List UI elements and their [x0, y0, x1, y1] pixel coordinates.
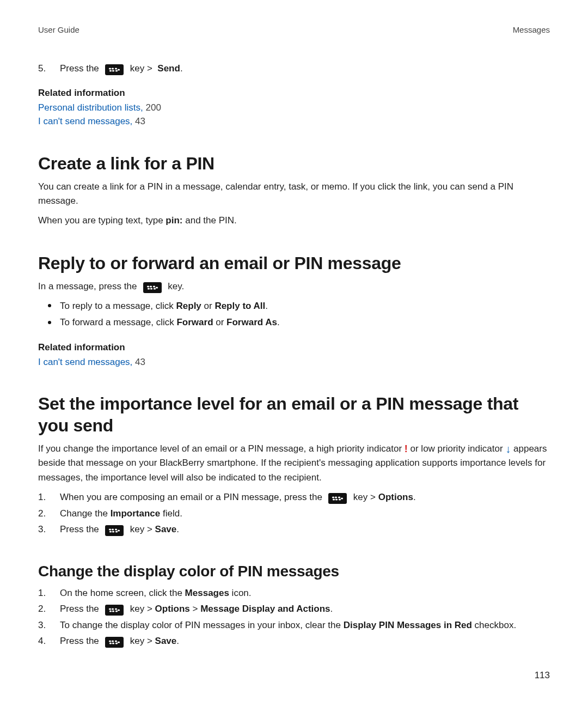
svg-point-17	[335, 498, 338, 500]
text-segment: key >	[127, 636, 155, 646]
svg-point-11	[153, 285, 155, 287]
low-priority-icon: ↓	[505, 443, 511, 454]
svg-point-36	[112, 640, 114, 642]
blackberry-key-icon	[105, 525, 124, 536]
related-link-row: I can't send messages, 43	[38, 355, 550, 369]
step-number: 2.	[38, 507, 60, 521]
svg-point-30	[109, 610, 112, 612]
text-segment: .	[277, 317, 280, 327]
text-segment: or	[213, 317, 227, 327]
svg-point-0	[109, 68, 111, 69]
text-segment: If you change the importance level of an…	[38, 443, 405, 454]
svg-point-19	[339, 498, 341, 500]
text-segment: On the home screen, click the	[60, 588, 185, 598]
step-number: 3.	[38, 522, 60, 537]
link-cant-send-messages[interactable]: I can't send messages,	[38, 116, 132, 126]
action-forward: Forward	[176, 317, 213, 327]
related-info-heading: Related information	[38, 342, 550, 353]
field-importance: Importance	[111, 508, 161, 519]
link-personal-dist-lists[interactable]: Personal distribution lists,	[38, 102, 143, 113]
svg-point-13	[156, 287, 158, 288]
page: User Guide Messages 5. Press the key > S…	[0, 0, 588, 706]
svg-point-24	[112, 531, 114, 532]
text-segment: .	[413, 492, 416, 502]
svg-point-18	[338, 496, 340, 498]
page-header: User Guide Messages	[38, 25, 550, 34]
link-cant-send-messages[interactable]: I can't send messages,	[38, 357, 132, 367]
text-segment: and the PIN.	[183, 215, 237, 226]
step-4: 4. Press the key > Save.	[38, 634, 550, 648]
text-segment: To forward a message, click	[60, 317, 176, 327]
svg-point-15	[335, 496, 337, 498]
related-info-heading: Related information	[38, 88, 550, 99]
text-segment: key >	[127, 63, 155, 74]
heading-create-pin-link: Create a link for a PIN	[38, 153, 550, 174]
text-segment: key >	[127, 524, 155, 534]
svg-point-41	[118, 641, 120, 643]
step-text: On the home screen, click the Messages i…	[60, 586, 550, 600]
step-text: Press the key > Save.	[60, 634, 550, 648]
action-msg-display-actions: Message Display and Actions	[200, 604, 330, 614]
paragraph: When you are typing text, type pin: and …	[38, 214, 550, 228]
svg-point-40	[115, 642, 118, 644]
text-segment: To reply to a message, click	[60, 301, 176, 311]
svg-point-28	[109, 608, 111, 610]
svg-point-4	[115, 68, 117, 69]
blackberry-key-icon	[328, 493, 347, 504]
doc-title: User Guide	[38, 25, 79, 34]
blackberry-key-icon	[143, 282, 162, 293]
text-segment: Press the	[60, 636, 102, 646]
bullet-list: To reply to a message, click Reply or Re…	[38, 299, 550, 330]
svg-point-1	[112, 68, 114, 69]
related-link-row: I can't send messages, 43	[38, 114, 550, 129]
step-number: 2.	[38, 602, 60, 616]
step-text: Press the key > Save.	[60, 522, 550, 537]
step-2: 2. Press the key > Options > Message Dis…	[38, 602, 550, 616]
svg-point-12	[154, 288, 156, 289]
link-page-ref: 43	[132, 116, 145, 126]
svg-point-5	[115, 70, 118, 71]
step-number: 5.	[38, 62, 60, 76]
text-segment: When you are composing an email or a PIN…	[60, 492, 325, 502]
action-reply-all: Reply to All	[215, 301, 265, 311]
text-segment: checkbox.	[472, 620, 516, 630]
step-text: When you are composing an email or a PIN…	[60, 490, 550, 504]
heading-importance-level: Set the importance level for an email or…	[38, 393, 550, 436]
svg-point-23	[109, 531, 112, 532]
text-segment: or low priority indicator	[408, 443, 506, 454]
text-segment: .	[330, 604, 333, 614]
step-text: Press the key > Send.	[60, 62, 550, 76]
svg-point-20	[341, 497, 343, 499]
svg-point-14	[332, 496, 334, 498]
text-segment: Change the	[60, 508, 111, 519]
related-link-row: Personal distribution lists, 200	[38, 101, 550, 115]
svg-point-22	[112, 528, 114, 530]
step-2: 2. Change the Importance field.	[38, 507, 550, 521]
blackberry-key-icon	[105, 637, 124, 648]
action-options: Options	[378, 492, 413, 502]
list-item: To forward a message, click Forward or F…	[38, 315, 550, 330]
heading-reply-forward: Reply to or forward an email or PIN mess…	[38, 252, 550, 274]
svg-point-34	[118, 609, 120, 611]
svg-point-27	[118, 530, 120, 531]
svg-point-35	[109, 640, 111, 642]
svg-point-33	[115, 610, 118, 612]
text-segment: .	[265, 301, 268, 311]
step-number: 3.	[38, 618, 60, 632]
page-number: 113	[535, 670, 550, 681]
text-segment: key >	[127, 604, 155, 614]
step-text: Change the Importance field.	[60, 507, 550, 521]
svg-point-21	[109, 528, 111, 530]
text-segment: >	[190, 604, 200, 614]
svg-point-32	[115, 608, 117, 610]
link-page-ref: 43	[132, 357, 145, 367]
svg-point-38	[112, 642, 114, 644]
step-number: 4.	[38, 634, 60, 648]
paragraph: In a message, press the key.	[38, 279, 550, 294]
step-5: 5. Press the key > Send.	[38, 62, 550, 76]
step-text: To change the display color of PIN messa…	[60, 618, 550, 632]
action-save: Save	[155, 524, 177, 534]
svg-point-10	[150, 288, 152, 289]
paragraph: If you change the importance level of an…	[38, 442, 550, 485]
text-segment: Press the	[60, 604, 102, 614]
